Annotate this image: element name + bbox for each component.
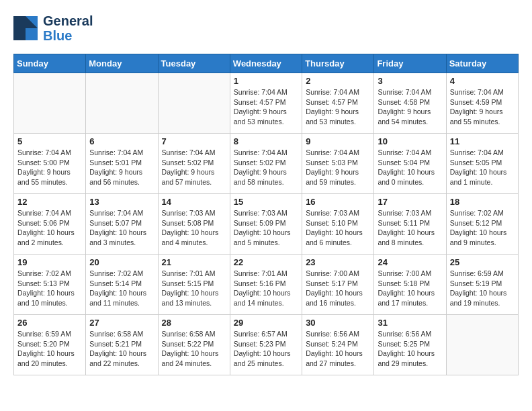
day-cell-21: 21Sunrise: 7:01 AM Sunset: 5:15 PM Dayli… bbox=[158, 255, 230, 315]
day-number: 27 bbox=[89, 318, 154, 328]
day-number: 29 bbox=[234, 318, 298, 328]
day-number: 5 bbox=[17, 136, 82, 146]
day-cell-15: 15Sunrise: 7:03 AM Sunset: 5:09 PM Dayli… bbox=[230, 194, 302, 255]
day-cell-29: 29Sunrise: 6:57 AM Sunset: 5:23 PM Dayli… bbox=[230, 315, 302, 375]
day-number: 21 bbox=[162, 257, 226, 267]
day-cell-24: 24Sunrise: 7:00 AM Sunset: 5:18 PM Dayli… bbox=[374, 255, 446, 315]
day-info: Sunrise: 7:04 AM Sunset: 5:02 PM Dayligh… bbox=[162, 148, 226, 187]
day-info: Sunrise: 7:04 AM Sunset: 5:04 PM Dayligh… bbox=[378, 148, 442, 187]
day-number: 28 bbox=[162, 318, 226, 328]
day-number: 4 bbox=[450, 76, 515, 86]
day-cell-28: 28Sunrise: 6:58 AM Sunset: 5:22 PM Dayli… bbox=[158, 315, 230, 375]
day-cell-9: 9Sunrise: 7:04 AM Sunset: 5:03 PM Daylig… bbox=[302, 134, 374, 194]
page-header: General Blue bbox=[13, 13, 519, 43]
day-info: Sunrise: 6:58 AM Sunset: 5:21 PM Dayligh… bbox=[89, 329, 154, 369]
day-cell-14: 14Sunrise: 7:03 AM Sunset: 5:08 PM Dayli… bbox=[158, 194, 230, 255]
day-info: Sunrise: 7:03 AM Sunset: 5:08 PM Dayligh… bbox=[162, 208, 226, 248]
day-cell-17: 17Sunrise: 7:03 AM Sunset: 5:11 PM Dayli… bbox=[374, 194, 446, 255]
logo: General Blue bbox=[13, 13, 93, 43]
empty-cell bbox=[14, 73, 86, 134]
day-number: 10 bbox=[378, 136, 442, 146]
day-info: Sunrise: 6:56 AM Sunset: 5:25 PM Dayligh… bbox=[378, 329, 442, 369]
weekday-header-tuesday: Tuesday bbox=[158, 54, 230, 73]
weekday-header-thursday: Thursday bbox=[302, 54, 374, 73]
day-info: Sunrise: 7:02 AM Sunset: 5:12 PM Dayligh… bbox=[450, 208, 515, 248]
day-cell-13: 13Sunrise: 7:04 AM Sunset: 5:07 PM Dayli… bbox=[86, 194, 158, 255]
day-info: Sunrise: 7:00 AM Sunset: 5:18 PM Dayligh… bbox=[378, 269, 442, 308]
day-cell-1: 1Sunrise: 7:04 AM Sunset: 4:57 PM Daylig… bbox=[230, 73, 302, 134]
day-info: Sunrise: 7:04 AM Sunset: 5:01 PM Dayligh… bbox=[89, 148, 154, 187]
week-row-1: 1Sunrise: 7:04 AM Sunset: 4:57 PM Daylig… bbox=[14, 73, 519, 134]
week-row-2: 5Sunrise: 7:04 AM Sunset: 5:00 PM Daylig… bbox=[14, 134, 519, 194]
day-number: 19 bbox=[17, 257, 82, 267]
day-info: Sunrise: 6:57 AM Sunset: 5:23 PM Dayligh… bbox=[234, 329, 298, 369]
calendar-table: SundayMondayTuesdayWednesdayThursdayFrid… bbox=[13, 54, 519, 375]
weekday-header-friday: Friday bbox=[374, 54, 446, 73]
day-number: 7 bbox=[162, 136, 226, 146]
weekday-header-sunday: Sunday bbox=[14, 54, 86, 73]
day-cell-25: 25Sunrise: 6:59 AM Sunset: 5:19 PM Dayli… bbox=[446, 255, 518, 315]
day-cell-3: 3Sunrise: 7:04 AM Sunset: 4:58 PM Daylig… bbox=[374, 73, 446, 134]
day-number: 20 bbox=[89, 257, 154, 267]
day-info: Sunrise: 7:04 AM Sunset: 4:57 PM Dayligh… bbox=[234, 87, 298, 127]
day-cell-26: 26Sunrise: 6:59 AM Sunset: 5:20 PM Dayli… bbox=[14, 315, 86, 375]
empty-cell bbox=[158, 73, 230, 134]
day-cell-10: 10Sunrise: 7:04 AM Sunset: 5:04 PM Dayli… bbox=[374, 134, 446, 194]
day-info: Sunrise: 7:03 AM Sunset: 5:11 PM Dayligh… bbox=[378, 208, 442, 248]
empty-cell bbox=[86, 73, 158, 134]
weekday-header-monday: Monday bbox=[86, 54, 158, 73]
day-info: Sunrise: 6:59 AM Sunset: 5:20 PM Dayligh… bbox=[17, 329, 82, 369]
day-number: 22 bbox=[234, 257, 298, 267]
day-cell-8: 8Sunrise: 7:04 AM Sunset: 5:02 PM Daylig… bbox=[230, 134, 302, 194]
day-number: 17 bbox=[378, 197, 442, 207]
day-number: 1 bbox=[234, 76, 298, 86]
day-cell-27: 27Sunrise: 6:58 AM Sunset: 5:21 PM Dayli… bbox=[86, 315, 158, 375]
day-info: Sunrise: 7:04 AM Sunset: 5:06 PM Dayligh… bbox=[17, 208, 82, 248]
day-info: Sunrise: 7:01 AM Sunset: 5:15 PM Dayligh… bbox=[162, 269, 226, 308]
day-number: 11 bbox=[450, 136, 515, 146]
day-number: 25 bbox=[450, 257, 515, 267]
day-number: 23 bbox=[306, 257, 370, 267]
day-number: 15 bbox=[234, 197, 298, 207]
day-info: Sunrise: 7:04 AM Sunset: 4:57 PM Dayligh… bbox=[306, 87, 370, 127]
day-info: Sunrise: 7:04 AM Sunset: 4:58 PM Dayligh… bbox=[378, 87, 442, 127]
weekday-header-row: SundayMondayTuesdayWednesdayThursdayFrid… bbox=[14, 54, 519, 73]
week-row-5: 26Sunrise: 6:59 AM Sunset: 5:20 PM Dayli… bbox=[14, 315, 519, 375]
empty-cell bbox=[446, 315, 518, 375]
logo-general: General bbox=[43, 13, 93, 28]
day-number: 31 bbox=[378, 318, 442, 328]
day-info: Sunrise: 7:01 AM Sunset: 5:16 PM Dayligh… bbox=[234, 269, 298, 308]
day-cell-23: 23Sunrise: 7:00 AM Sunset: 5:17 PM Dayli… bbox=[302, 255, 374, 315]
week-row-4: 19Sunrise: 7:02 AM Sunset: 5:13 PM Dayli… bbox=[14, 255, 519, 315]
day-cell-2: 2Sunrise: 7:04 AM Sunset: 4:57 PM Daylig… bbox=[302, 73, 374, 134]
week-row-3: 12Sunrise: 7:04 AM Sunset: 5:06 PM Dayli… bbox=[14, 194, 519, 255]
day-number: 9 bbox=[306, 136, 370, 146]
day-cell-11: 11Sunrise: 7:04 AM Sunset: 5:05 PM Dayli… bbox=[446, 134, 518, 194]
day-info: Sunrise: 7:04 AM Sunset: 5:02 PM Dayligh… bbox=[234, 148, 298, 187]
day-info: Sunrise: 7:04 AM Sunset: 5:05 PM Dayligh… bbox=[450, 148, 515, 187]
day-cell-30: 30Sunrise: 6:56 AM Sunset: 5:24 PM Dayli… bbox=[302, 315, 374, 375]
day-cell-7: 7Sunrise: 7:04 AM Sunset: 5:02 PM Daylig… bbox=[158, 134, 230, 194]
day-info: Sunrise: 7:03 AM Sunset: 5:09 PM Dayligh… bbox=[234, 208, 298, 248]
day-cell-4: 4Sunrise: 7:04 AM Sunset: 4:59 PM Daylig… bbox=[446, 73, 518, 134]
day-info: Sunrise: 7:04 AM Sunset: 5:07 PM Dayligh… bbox=[89, 208, 154, 248]
day-number: 18 bbox=[450, 197, 515, 207]
day-info: Sunrise: 7:02 AM Sunset: 5:14 PM Dayligh… bbox=[89, 269, 154, 308]
day-number: 6 bbox=[89, 136, 154, 146]
day-number: 24 bbox=[378, 257, 442, 267]
logo-icon bbox=[13, 16, 38, 40]
day-cell-6: 6Sunrise: 7:04 AM Sunset: 5:01 PM Daylig… bbox=[86, 134, 158, 194]
day-number: 13 bbox=[89, 197, 154, 207]
day-number: 2 bbox=[306, 76, 370, 86]
day-number: 12 bbox=[17, 197, 82, 207]
logo-blue: Blue bbox=[43, 28, 93, 43]
day-number: 16 bbox=[306, 197, 370, 207]
day-info: Sunrise: 7:04 AM Sunset: 4:59 PM Dayligh… bbox=[450, 87, 515, 127]
day-cell-19: 19Sunrise: 7:02 AM Sunset: 5:13 PM Dayli… bbox=[14, 255, 86, 315]
weekday-header-saturday: Saturday bbox=[446, 54, 518, 73]
day-number: 26 bbox=[17, 318, 82, 328]
day-info: Sunrise: 6:58 AM Sunset: 5:22 PM Dayligh… bbox=[162, 329, 226, 369]
day-cell-12: 12Sunrise: 7:04 AM Sunset: 5:06 PM Dayli… bbox=[14, 194, 86, 255]
day-info: Sunrise: 7:03 AM Sunset: 5:10 PM Dayligh… bbox=[306, 208, 370, 248]
day-cell-16: 16Sunrise: 7:03 AM Sunset: 5:10 PM Dayli… bbox=[302, 194, 374, 255]
